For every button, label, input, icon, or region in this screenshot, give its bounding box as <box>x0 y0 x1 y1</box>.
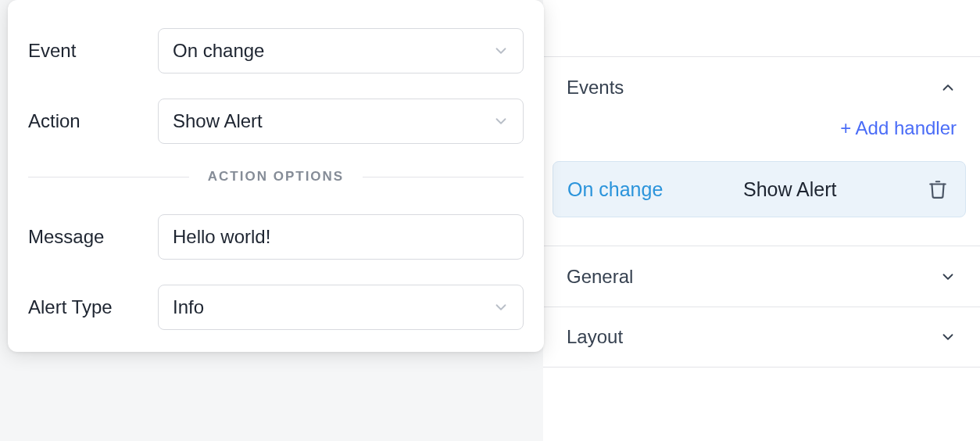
chevron-up-icon <box>939 79 957 96</box>
chevron-down-icon <box>939 328 957 346</box>
general-section-title: General <box>567 266 633 288</box>
handler-action-label: Show Alert <box>743 178 925 201</box>
trash-icon <box>928 179 948 199</box>
alert-type-label: Alert Type <box>28 296 158 318</box>
inspector-panel: Events + Add handler On change Show Aler… <box>543 0 980 441</box>
action-label: Action <box>28 110 158 132</box>
alert-type-select[interactable]: Info <box>158 285 524 330</box>
action-row: Action Show Alert <box>28 99 524 144</box>
event-select-wrap: On change <box>158 28 524 74</box>
divider-line-left <box>28 177 189 177</box>
alert-type-select-wrap: Info <box>158 285 524 330</box>
message-control <box>158 214 524 260</box>
handler-event-label: On change <box>567 178 743 201</box>
event-label: Event <box>28 40 158 62</box>
events-section-title: Events <box>567 77 624 99</box>
message-row: Message <box>28 214 524 260</box>
alert-type-row: Alert Type Info <box>28 285 524 330</box>
action-select[interactable]: Show Alert <box>158 99 524 144</box>
general-section-header[interactable]: General <box>543 246 980 307</box>
chevron-down-icon <box>939 268 957 285</box>
action-options-divider: ACTION OPTIONS <box>28 169 524 185</box>
handler-row[interactable]: On change Show Alert <box>553 161 966 217</box>
event-handler-popover: Event On change Action Show Alert ACTION… <box>8 0 544 352</box>
event-row: Event On change <box>28 28 524 74</box>
layout-section-title: Layout <box>567 326 623 348</box>
event-select[interactable]: On change <box>158 28 524 74</box>
events-section-header[interactable]: Events <box>543 56 980 117</box>
action-options-label: ACTION OPTIONS <box>189 169 363 185</box>
message-input[interactable] <box>158 214 524 260</box>
add-handler-button[interactable]: + Add handler <box>840 117 957 139</box>
action-select-wrap: Show Alert <box>158 99 524 144</box>
delete-handler-button[interactable] <box>925 176 951 203</box>
message-label: Message <box>28 226 158 248</box>
layout-section-header[interactable]: Layout <box>543 307 980 368</box>
add-handler-row: + Add handler <box>543 117 980 139</box>
divider-line-right <box>363 177 524 177</box>
